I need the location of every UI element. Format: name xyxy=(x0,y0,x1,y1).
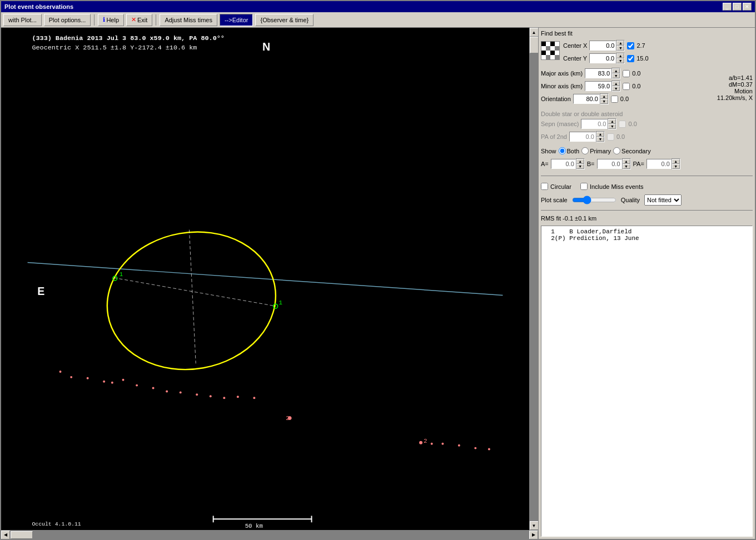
a-input[interactable] xyxy=(551,159,576,169)
a-down[interactable]: ▼ xyxy=(576,164,584,169)
circular-checkbox[interactable] xyxy=(541,183,548,190)
orientation-input[interactable] xyxy=(573,94,600,104)
b-input[interactable] xyxy=(597,159,622,169)
pa-2nd-input[interactable] xyxy=(569,132,596,142)
plot-scale-slider[interactable] xyxy=(572,196,616,204)
b-down[interactable]: ▼ xyxy=(623,164,630,169)
a-spinner: ▲ ▼ xyxy=(576,158,585,169)
include-miss-checkbox[interactable] xyxy=(580,183,588,190)
divider-1 xyxy=(541,176,753,176)
scroll-down-button[interactable]: ▼ xyxy=(530,521,539,530)
obs-item-1[interactable]: 1 B Loader,Darfield xyxy=(544,228,750,235)
pa-input[interactable] xyxy=(646,159,672,169)
main-content: 1 1 2 xyxy=(1,28,755,539)
help-button[interactable]: ℹ Help xyxy=(98,14,124,26)
pa-2nd-label: PA of 2nd xyxy=(541,133,567,140)
svg-point-25 xyxy=(288,417,291,420)
sepn-up[interactable]: ▲ xyxy=(608,119,616,124)
svg-point-10 xyxy=(59,371,62,373)
orientation-label: Orientation xyxy=(541,96,571,102)
show-primary-radio[interactable] xyxy=(581,147,589,154)
center-y-checkbox[interactable] xyxy=(627,55,634,62)
sepn-spinner: ▲ ▼ xyxy=(608,118,616,129)
show-both-radio[interactable] xyxy=(559,147,566,154)
circular-label[interactable]: Circular xyxy=(541,183,571,190)
sepn-label: Sepn (masec) xyxy=(541,121,579,127)
minor-axis-up[interactable]: ▲ xyxy=(612,81,620,86)
pa-up[interactable]: ▲ xyxy=(672,159,680,164)
center-x-up[interactable]: ▲ xyxy=(616,41,624,46)
b-spinner: ▲ ▼ xyxy=(622,158,631,169)
axis-stats-section: Major axis (km) ▲ ▼ 0.0 Min xyxy=(541,68,753,106)
sepn-input[interactable] xyxy=(581,119,608,129)
major-axis-checkbox[interactable] xyxy=(623,70,630,77)
scroll-right-button[interactable]: ▶ xyxy=(529,531,538,539)
minor-axis-fit-value: 0.0 xyxy=(632,83,651,89)
a-label: A= xyxy=(541,161,549,167)
exit-button[interactable]: ✕ Exit xyxy=(126,14,152,26)
maximize-button[interactable]: □ xyxy=(733,3,742,11)
sepn-input-group: ▲ ▼ xyxy=(581,118,616,129)
minor-axis-input[interactable] xyxy=(585,81,611,91)
center-y-up[interactable]: ▲ xyxy=(616,53,624,58)
minor-axis-label: Minor axis (km) xyxy=(541,83,583,89)
pa-2nd-checkbox[interactable] xyxy=(607,133,614,141)
with-plot-button[interactable]: with Plot... xyxy=(3,14,42,26)
pa-2nd-up[interactable]: ▲ xyxy=(596,132,604,137)
checkerboard-icon[interactable] xyxy=(541,41,560,60)
show-secondary-label[interactable]: Secondary xyxy=(613,147,651,154)
scroll-track[interactable] xyxy=(530,37,539,521)
pa-2nd-spinner: ▲ ▼ xyxy=(596,131,605,142)
center-x-checkbox[interactable] xyxy=(627,42,634,49)
minimize-button[interactable]: _ xyxy=(723,3,732,11)
h-scroll-track[interactable] xyxy=(10,531,529,539)
stats-column: a/b=1.41 dM=0.37 Motion 11.20km/s, X xyxy=(717,68,753,106)
a-up[interactable]: ▲ xyxy=(576,159,584,164)
scroll-up-button[interactable]: ▲ xyxy=(530,28,539,37)
sepn-checkbox[interactable] xyxy=(619,121,626,128)
center-x-down[interactable]: ▼ xyxy=(616,46,624,51)
obs-item-2[interactable]: 2(P) Prediction, 13 June xyxy=(544,235,750,242)
svg-point-18 xyxy=(166,390,168,392)
minor-axis-checkbox[interactable] xyxy=(623,83,630,90)
ab-ratio: a/b=1.41 xyxy=(729,74,753,81)
center-y-input[interactable] xyxy=(589,53,616,63)
observer-time-button[interactable]: {Observer & time} xyxy=(255,14,314,26)
minor-axis-row: Minor axis (km) ▲ ▼ 0.0 xyxy=(541,81,714,92)
plot-options-button[interactable]: Plot options... xyxy=(44,14,91,26)
center-y-spinner: ▲ ▼ xyxy=(616,53,625,64)
center-x-input[interactable] xyxy=(589,41,616,51)
pa-2nd-down[interactable]: ▼ xyxy=(596,137,604,142)
h-scroll-thumb[interactable] xyxy=(11,531,33,539)
svg-point-12 xyxy=(87,377,89,379)
pa-down[interactable]: ▼ xyxy=(672,164,680,169)
orientation-checkbox[interactable] xyxy=(611,96,618,103)
sepn-down[interactable]: ▼ xyxy=(608,124,616,129)
b-up[interactable]: ▲ xyxy=(623,159,630,164)
pa-label: PA= xyxy=(633,161,644,167)
major-axis-up[interactable]: ▲ xyxy=(612,68,620,73)
observations-list[interactable]: 1 B Loader,Darfield 2(P) Prediction, 13 … xyxy=(541,226,753,537)
adjust-miss-button[interactable]: Adjust Miss times xyxy=(160,14,217,26)
close-button[interactable]: ✕ xyxy=(743,3,752,11)
show-primary-label[interactable]: Primary xyxy=(581,147,611,154)
orientation-up[interactable]: ▲ xyxy=(600,94,608,99)
minor-axis-down[interactable]: ▼ xyxy=(612,86,620,91)
quality-select[interactable]: Not fitted Poor Fair Good Excellent xyxy=(644,194,682,206)
major-axis-input[interactable] xyxy=(585,68,611,78)
center-y-down[interactable]: ▼ xyxy=(616,58,624,63)
orientation-down[interactable]: ▼ xyxy=(600,99,608,104)
dm-value: dM=0.37 xyxy=(729,81,753,88)
major-axis-down[interactable]: ▼ xyxy=(612,73,620,78)
scroll-thumb[interactable] xyxy=(530,37,539,53)
editor-button[interactable]: -->Editor xyxy=(220,14,253,26)
center-x-row: Center X ▲ ▼ 2.7 xyxy=(563,40,753,51)
show-both-label[interactable]: Both xyxy=(559,147,580,154)
canvas-area[interactable]: 1 1 2 xyxy=(1,28,529,530)
canvas-wrapper: 1 1 2 xyxy=(1,28,538,539)
include-miss-label[interactable]: Include Miss events xyxy=(580,183,644,190)
show-secondary-radio[interactable] xyxy=(613,147,620,154)
scroll-left-button[interactable]: ◀ xyxy=(1,531,10,539)
sepn-row: Sepn (masec) ▲ ▼ 0.0 xyxy=(541,118,753,129)
center-x-spinner: ▲ ▼ xyxy=(616,40,625,51)
